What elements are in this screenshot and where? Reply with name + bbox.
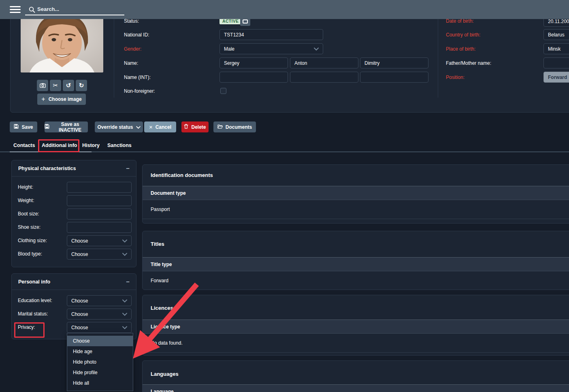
cancel-button[interactable]: × Cancel [144, 121, 176, 132]
title-type-column-header: Title type [143, 257, 569, 271]
non-foreigner-checkbox[interactable] [220, 88, 226, 94]
position-field: Forward [543, 72, 569, 83]
trash-icon [184, 124, 188, 130]
save-icon [14, 124, 19, 130]
dob-label: Date of birth: [446, 18, 474, 24]
languages-title: Languages [151, 371, 179, 377]
tab-sanctions[interactable]: Sanctions [107, 143, 132, 148]
documents-button[interactable]: Documents [213, 121, 256, 132]
blood-type-select[interactable]: Choose [67, 249, 132, 260]
hamburger-menu-icon[interactable] [10, 6, 21, 13]
documents-label: Documents [226, 124, 252, 130]
father-mother-name-input[interactable] [543, 58, 569, 68]
choose-image-label: Choose image [49, 96, 82, 102]
marital-status-select[interactable]: Choose [67, 309, 132, 320]
privacy-select[interactable]: Choose [67, 322, 132, 333]
search-input[interactable] [37, 5, 122, 13]
place-of-birth-input[interactable] [543, 43, 569, 54]
identification-documents-section: Identification documents Document type P… [142, 164, 569, 224]
tab-history[interactable]: History [82, 143, 100, 148]
empty-table-row: No data found. [143, 334, 569, 353]
middle-name-input[interactable] [290, 58, 358, 68]
chevron-down-icon [122, 251, 127, 257]
rotate-right-icon: ↻ [79, 82, 84, 89]
last-name-input[interactable] [360, 58, 428, 68]
personal-info-title: Personal info [18, 279, 50, 285]
middle-name-int-input[interactable] [290, 72, 358, 83]
dropdown-option-choose[interactable]: Choose [67, 336, 133, 346]
last-name-int-input[interactable] [360, 72, 428, 83]
card-icon [243, 19, 248, 23]
education-level-value: Choose [71, 298, 88, 304]
boot-size-label: Boot size: [18, 211, 39, 217]
clothing-size-select[interactable]: Choose [67, 235, 132, 246]
portrait-image [21, 14, 103, 72]
boot-size-input[interactable] [67, 209, 132, 219]
shoe-size-input[interactable] [67, 222, 132, 233]
marital-status-value: Choose [71, 311, 88, 317]
privacy-dropdown-menu: Choose Hide age Hide photo Hide profile … [67, 333, 133, 391]
marital-status-label: Marital status: [18, 311, 48, 317]
scissors-icon: ✂ [53, 82, 58, 89]
first-name-input[interactable] [220, 58, 288, 68]
search-underline [25, 15, 124, 15]
height-label: Height: [18, 184, 33, 190]
save-as-inactive-label: Save as INACTIVE [52, 121, 88, 133]
dropdown-option-hide-all[interactable]: Hide all [67, 378, 133, 388]
languages-section: Languages Language [142, 360, 569, 392]
document-type-header-label: Document type [151, 190, 186, 196]
tab-contacts[interactable]: Contacts [13, 143, 35, 148]
physical-characteristics-panel: Physical characteristics − Height: Weigh… [11, 160, 136, 267]
folder-open-icon [217, 124, 223, 130]
physical-characteristics-header: Physical characteristics − [12, 160, 136, 177]
table-row[interactable]: Passport [143, 200, 569, 219]
rotate-left-button[interactable]: ↺ [63, 80, 74, 91]
non-foreigner-label: Non-foreigner: [124, 88, 155, 94]
document-type-column-header: Document type [143, 186, 569, 200]
dropdown-option-hide-profile[interactable]: Hide profile [67, 367, 133, 378]
chevron-down-icon [122, 311, 127, 317]
gender-select[interactable]: Male [220, 43, 323, 54]
place-of-birth-label: Place of birth: [446, 46, 475, 52]
clothing-size-value: Choose [71, 238, 88, 244]
plus-icon: + [41, 96, 45, 103]
collapse-icon[interactable]: − [126, 165, 130, 172]
first-name-int-input[interactable] [220, 72, 288, 83]
status-label: Status: [124, 18, 139, 24]
education-level-label: Education level: [18, 298, 52, 303]
clothing-size-label: Clothing size: [18, 238, 47, 243]
save-as-inactive-button[interactable]: Save as INACTIVE [45, 121, 88, 132]
crop-button[interactable]: ✂ [50, 80, 61, 91]
save-button[interactable]: Save [10, 121, 37, 132]
position-label: Position: [446, 75, 465, 80]
name-label: Name: [124, 60, 138, 66]
title-type-cell: Forward [151, 278, 168, 283]
camera-button[interactable] [37, 80, 48, 91]
collapse-icon[interactable]: − [126, 278, 130, 285]
weight-input[interactable] [67, 195, 132, 206]
country-of-birth-label: Country of birth: [446, 32, 480, 38]
rotate-right-button[interactable]: ↻ [76, 80, 87, 91]
national-id-input[interactable] [220, 29, 323, 40]
dropdown-option-hide-age[interactable]: Hide age [67, 346, 133, 357]
education-level-select[interactable]: Choose [67, 295, 132, 306]
privacy-label: Privacy: [18, 324, 35, 330]
dropdown-option-hide-photo[interactable]: Hide photo [67, 357, 133, 367]
search-icon [29, 6, 35, 15]
table-row[interactable]: Forward [143, 271, 569, 290]
privacy-value: Choose [71, 325, 88, 330]
tab-additional-info[interactable]: Additional info [42, 143, 77, 148]
chevron-down-icon [122, 238, 127, 244]
height-input[interactable] [67, 182, 132, 193]
country-of-birth-input[interactable] [543, 29, 569, 40]
camera-icon [40, 82, 46, 89]
language-header-label: Language [151, 389, 174, 392]
chevron-down-icon [122, 298, 127, 304]
choose-image-button[interactable]: + Choose image [37, 94, 86, 105]
chevron-down-icon [122, 325, 127, 330]
save-icon [45, 124, 49, 130]
override-status-button[interactable]: Override status [95, 121, 143, 132]
shoe-size-label: Shoe size: [18, 224, 40, 230]
save-label: Save [21, 124, 33, 130]
delete-button[interactable]: Delete [181, 121, 209, 132]
